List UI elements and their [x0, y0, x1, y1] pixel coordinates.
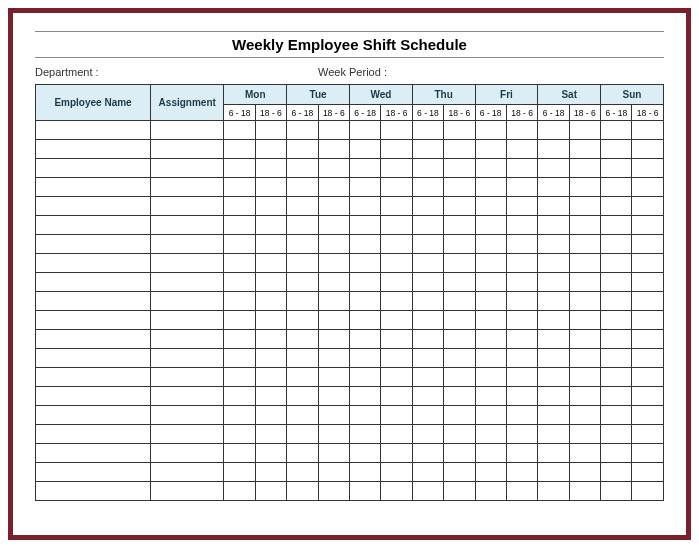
cell[interactable]	[224, 444, 255, 463]
cell[interactable]	[287, 482, 318, 501]
cell[interactable]	[349, 311, 380, 330]
cell[interactable]	[381, 121, 412, 140]
cell[interactable]	[632, 311, 664, 330]
cell[interactable]	[538, 349, 569, 368]
cell[interactable]	[632, 140, 664, 159]
cell[interactable]	[255, 273, 286, 292]
cell[interactable]	[412, 121, 443, 140]
cell[interactable]	[381, 159, 412, 178]
cell[interactable]	[506, 178, 537, 197]
cell[interactable]	[601, 482, 632, 501]
cell[interactable]	[632, 254, 664, 273]
cell[interactable]	[381, 463, 412, 482]
cell[interactable]	[601, 463, 632, 482]
cell[interactable]	[255, 425, 286, 444]
cell[interactable]	[255, 482, 286, 501]
cell[interactable]	[444, 425, 475, 444]
cell[interactable]	[569, 368, 600, 387]
cell[interactable]	[632, 387, 664, 406]
cell[interactable]	[506, 216, 537, 235]
cell[interactable]	[444, 463, 475, 482]
cell[interactable]	[36, 425, 151, 444]
cell[interactable]	[444, 273, 475, 292]
cell[interactable]	[601, 159, 632, 178]
cell[interactable]	[444, 235, 475, 254]
cell[interactable]	[318, 273, 349, 292]
cell[interactable]	[569, 349, 600, 368]
cell[interactable]	[151, 311, 224, 330]
cell[interactable]	[287, 140, 318, 159]
cell[interactable]	[475, 197, 506, 216]
cell[interactable]	[475, 482, 506, 501]
cell[interactable]	[287, 387, 318, 406]
cell[interactable]	[506, 197, 537, 216]
cell[interactable]	[569, 311, 600, 330]
cell[interactable]	[538, 235, 569, 254]
cell[interactable]	[475, 273, 506, 292]
cell[interactable]	[151, 387, 224, 406]
cell[interactable]	[349, 463, 380, 482]
cell[interactable]	[318, 330, 349, 349]
cell[interactable]	[506, 140, 537, 159]
cell[interactable]	[318, 216, 349, 235]
cell[interactable]	[255, 387, 286, 406]
cell[interactable]	[36, 121, 151, 140]
cell[interactable]	[601, 349, 632, 368]
cell[interactable]	[475, 292, 506, 311]
cell[interactable]	[506, 482, 537, 501]
cell[interactable]	[151, 349, 224, 368]
cell[interactable]	[412, 235, 443, 254]
cell[interactable]	[475, 178, 506, 197]
cell[interactable]	[36, 273, 151, 292]
cell[interactable]	[36, 235, 151, 254]
cell[interactable]	[506, 235, 537, 254]
cell[interactable]	[349, 140, 380, 159]
cell[interactable]	[36, 292, 151, 311]
cell[interactable]	[381, 368, 412, 387]
cell[interactable]	[287, 159, 318, 178]
cell[interactable]	[569, 273, 600, 292]
cell[interactable]	[255, 292, 286, 311]
cell[interactable]	[538, 387, 569, 406]
cell[interactable]	[632, 121, 664, 140]
cell[interactable]	[569, 444, 600, 463]
cell[interactable]	[538, 140, 569, 159]
cell[interactable]	[475, 159, 506, 178]
cell[interactable]	[318, 311, 349, 330]
cell[interactable]	[36, 368, 151, 387]
cell[interactable]	[506, 444, 537, 463]
cell[interactable]	[349, 197, 380, 216]
cell[interactable]	[506, 368, 537, 387]
cell[interactable]	[601, 235, 632, 254]
cell[interactable]	[381, 254, 412, 273]
cell[interactable]	[601, 311, 632, 330]
cell[interactable]	[538, 330, 569, 349]
cell[interactable]	[632, 482, 664, 501]
cell[interactable]	[224, 254, 255, 273]
cell[interactable]	[412, 387, 443, 406]
cell[interactable]	[601, 406, 632, 425]
cell[interactable]	[632, 425, 664, 444]
cell[interactable]	[151, 444, 224, 463]
cell[interactable]	[151, 330, 224, 349]
cell[interactable]	[287, 197, 318, 216]
cell[interactable]	[255, 330, 286, 349]
cell[interactable]	[538, 254, 569, 273]
cell[interactable]	[349, 159, 380, 178]
cell[interactable]	[349, 349, 380, 368]
cell[interactable]	[601, 292, 632, 311]
cell[interactable]	[224, 178, 255, 197]
cell[interactable]	[444, 178, 475, 197]
cell[interactable]	[538, 216, 569, 235]
cell[interactable]	[444, 406, 475, 425]
cell[interactable]	[632, 235, 664, 254]
cell[interactable]	[444, 368, 475, 387]
cell[interactable]	[287, 349, 318, 368]
cell[interactable]	[151, 197, 224, 216]
cell[interactable]	[632, 349, 664, 368]
cell[interactable]	[538, 406, 569, 425]
cell[interactable]	[475, 349, 506, 368]
cell[interactable]	[601, 216, 632, 235]
cell[interactable]	[349, 178, 380, 197]
cell[interactable]	[569, 216, 600, 235]
